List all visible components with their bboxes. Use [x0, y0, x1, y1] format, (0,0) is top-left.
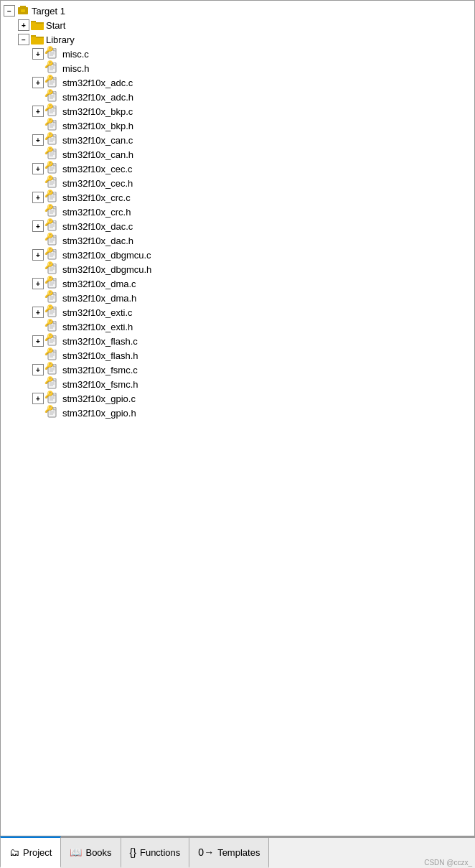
expander-placeholder: [32, 263, 44, 275]
tab-templates[interactable]: 0→ Templates: [189, 838, 269, 868]
file-key-icon: 🔑: [45, 305, 61, 319]
expander-file[interactable]: +: [32, 335, 44, 347]
tree-item-file[interactable]: +🔑 stm32f10x_flash.c: [1, 334, 474, 348]
key-badge-icon: 🔑: [44, 261, 53, 269]
file-key-icon: 🔑: [45, 133, 61, 147]
expander-start[interactable]: +: [18, 19, 29, 31]
folder-icon-start: [31, 20, 44, 30]
expander-placeholder: [32, 91, 44, 103]
tree-item-start[interactable]: + Start: [1, 18, 474, 32]
expander-file[interactable]: +: [32, 364, 44, 375]
tree-item-file[interactable]: +🔑 stm32f10x_dac.c: [1, 219, 474, 233]
tree-item-file[interactable]: 🔑 stm32f10x_fsmc.h: [1, 377, 474, 391]
key-badge-icon: 🔑: [44, 75, 53, 83]
file-label: misc.c: [62, 49, 89, 60]
file-key-icon: 🔑: [45, 176, 61, 190]
expander-file[interactable]: +: [32, 249, 44, 261]
file-key-icon: 🔑: [45, 219, 61, 233]
tree-item-target1[interactable]: − Target 1: [1, 4, 474, 18]
tree-item-file[interactable]: +🔑 stm32f10x_adc.c: [1, 75, 474, 90]
file-label: stm32f10x_fsmc.c: [62, 365, 138, 375]
tree-item-file[interactable]: 🔑 stm32f10x_exti.h: [1, 319, 474, 334]
functions-tab-icon: {}: [130, 846, 136, 858]
watermark-text: CSDN @cczx_: [424, 859, 472, 867]
file-label: stm32f10x_flash.c: [62, 336, 138, 347]
file-key-icon: 🔑: [45, 248, 61, 262]
tree-item-file[interactable]: +🔑 stm32f10x_gpio.c: [1, 391, 474, 406]
expander-file[interactable]: +: [32, 163, 44, 174]
templates-tab-icon: 0→: [198, 846, 214, 858]
expander-placeholder: [32, 149, 44, 160]
tree-item-file[interactable]: 🔑 stm32f10x_gpio.h: [1, 406, 474, 420]
file-key-icon: 🔑: [45, 47, 61, 61]
file-key-icon: 🔑: [45, 147, 61, 162]
tree-item-file[interactable]: +🔑 stm32f10x_fsmc.c: [1, 363, 474, 377]
start-label: Start: [46, 20, 65, 31]
expander-library[interactable]: −: [18, 34, 29, 45]
file-key-icon: 🔑: [45, 348, 61, 363]
tab-project[interactable]: 🗂 Project: [0, 836, 61, 868]
expander-placeholder: [32, 206, 44, 218]
key-badge-icon: 🔑: [44, 103, 53, 111]
tree-item-file[interactable]: +🔑 stm32f10x_exti.c: [1, 305, 474, 319]
tree-item-file[interactable]: 🔑 stm32f10x_dma.h: [1, 291, 474, 305]
file-label: misc.h: [62, 63, 90, 74]
svg-rect-1: [20, 6, 23, 8]
tree-item-file[interactable]: 🔑 stm32f10x_bkp.h: [1, 118, 474, 133]
tab-books[interactable]: 📖 Books: [61, 838, 121, 868]
file-label: stm32f10x_dac.c: [62, 221, 133, 232]
expander-file[interactable]: +: [32, 220, 44, 232]
tree-item-library[interactable]: − Library: [1, 32, 474, 47]
tree-item-file[interactable]: 🔑 stm32f10x_can.h: [1, 147, 474, 162]
tree-item-file[interactable]: +🔑 stm32f10x_crc.c: [1, 190, 474, 205]
tree-item-file[interactable]: +🔑 stm32f10x_cec.c: [1, 162, 474, 176]
expander-file[interactable]: +: [32, 134, 44, 146]
tab-bar: 🗂 Project 📖 Books {} Functions 0→ Templa…: [0, 836, 475, 868]
tab-functions[interactable]: {} Functions: [121, 838, 190, 868]
expander-file[interactable]: +: [32, 278, 44, 289]
key-badge-icon: 🔑: [44, 376, 53, 384]
expander-placeholder: [32, 235, 44, 246]
file-label: stm32f10x_gpio.c: [62, 393, 136, 404]
key-badge-icon: 🔑: [44, 60, 53, 68]
expander-file[interactable]: +: [32, 393, 44, 404]
key-badge-icon: 🔑: [44, 233, 53, 241]
file-key-icon: 🔑: [45, 162, 61, 176]
tree-item-file[interactable]: +🔑 stm32f10x_dbgmcu.c: [1, 248, 474, 262]
tree-item-file[interactable]: 🔑 stm32f10x_cec.h: [1, 176, 474, 190]
key-badge-icon: 🔑: [44, 146, 53, 154]
key-badge-icon: 🔑: [44, 218, 53, 226]
target1-label: Target 1: [32, 6, 65, 17]
tree-item-file[interactable]: 🔑 misc.h: [1, 61, 474, 75]
file-list: +🔑 misc.c🔑 misc.h+🔑 stm32f10x_adc.c🔑 stm: [1, 47, 474, 420]
key-badge-icon: 🔑: [44, 290, 53, 298]
tree-item-file[interactable]: +🔑 misc.c: [1, 47, 474, 61]
tree-item-file[interactable]: +🔑 stm32f10x_dma.c: [1, 276, 474, 291]
file-key-icon: 🔑: [45, 118, 61, 133]
key-badge-icon: 🔑: [44, 319, 53, 327]
expander-file[interactable]: +: [32, 77, 44, 88]
tree-item-file[interactable]: 🔑 stm32f10x_crc.h: [1, 205, 474, 219]
expander-placeholder: [32, 120, 44, 131]
key-badge-icon: 🔑: [44, 276, 53, 284]
file-key-icon: 🔑: [45, 319, 61, 334]
expander-file[interactable]: +: [32, 307, 44, 318]
tree-item-file[interactable]: 🔑 stm32f10x_dac.h: [1, 233, 474, 248]
expander-target1[interactable]: −: [4, 5, 15, 17]
tree-item-file[interactable]: +🔑 stm32f10x_can.c: [1, 133, 474, 147]
expander-placeholder: [32, 321, 44, 332]
expander-file[interactable]: +: [32, 106, 44, 117]
tree-item-file[interactable]: 🔑 stm32f10x_dbgmcu.h: [1, 262, 474, 276]
books-tab-icon: 📖: [70, 846, 82, 858]
tree-item-file[interactable]: +🔑 stm32f10x_bkp.c: [1, 104, 474, 118]
file-label: stm32f10x_fsmc.h: [62, 379, 138, 390]
expander-placeholder: [32, 350, 44, 361]
file-key-icon: 🔑: [45, 363, 61, 377]
expander-file[interactable]: +: [32, 192, 44, 203]
tree-scroll-area[interactable]: − Target 1 +: [1, 1, 474, 836]
tree-item-file[interactable]: 🔑 stm32f10x_adc.h: [1, 90, 474, 104]
file-key-icon: 🔑: [45, 104, 61, 118]
tree-item-file[interactable]: 🔑 stm32f10x_flash.h: [1, 348, 474, 363]
target-icon: [17, 4, 29, 17]
expander-file[interactable]: +: [32, 48, 44, 60]
